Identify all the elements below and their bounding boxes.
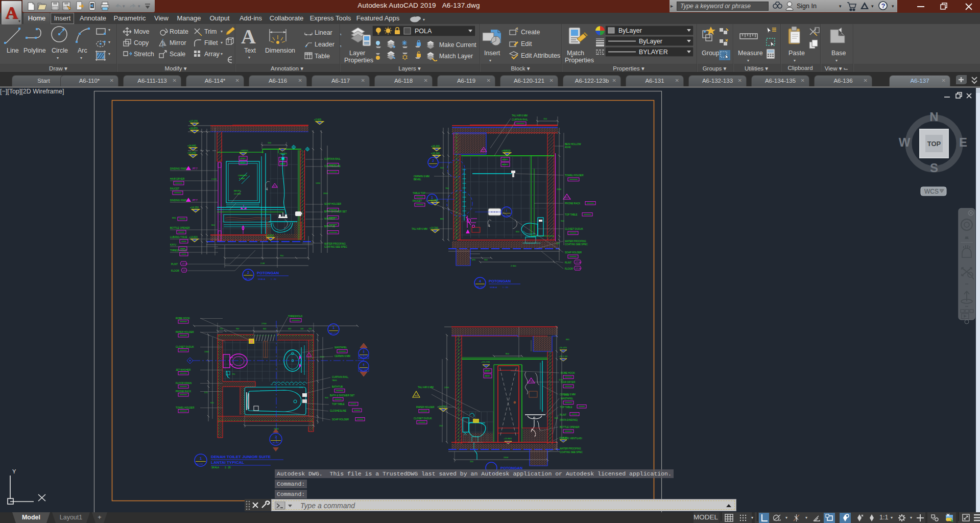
svg-text:PHONE RACK: PHONE RACK [565, 202, 581, 205]
svg-text:+14.750: +14.750 [438, 406, 446, 408]
svg-text:660: 660 [566, 338, 569, 341]
svg-text:▾: ▾ [423, 17, 425, 22]
svg-text:Move: Move [134, 28, 150, 35]
svg-text:+16.2 40: +16.2 40 [559, 355, 568, 358]
svg-text:▾: ▾ [805, 515, 807, 520]
svg-text:POTONGAN: POTONGAN [257, 271, 279, 275]
svg-text:TALI AIR 6 MM: TALI AIR 6 MM [512, 114, 528, 117]
svg-text:150: 150 [220, 328, 223, 330]
svg-text:1: 1 [506, 209, 508, 212]
svg-text:Layer: Layer [349, 50, 365, 57]
svg-text:TABLE TOP: TABLE TOP [413, 192, 425, 195]
svg-text:BYLAYER: BYLAYER [639, 49, 668, 56]
svg-text:Stretch: Stretch [134, 51, 154, 58]
svg-text:Scale: Scale [170, 51, 185, 58]
svg-text:CT 2A: CT 2A [182, 263, 187, 265]
svg-text:Arc: Arc [78, 47, 87, 54]
svg-text:+15.2 80: +15.2 80 [481, 361, 490, 363]
svg-text:Array: Array [204, 51, 220, 58]
svg-text:SKALA: SKALA [490, 286, 497, 289]
svg-text:▾: ▾ [891, 515, 893, 520]
svg-text:COATING SEE SPEC: COATING SEE SPEC [324, 246, 348, 248]
svg-text:▾: ▾ [340, 32, 341, 37]
svg-text:ROBE HOOK: ROBE HOOK [176, 317, 190, 320]
svg-text:FLOOR: FLOOR [565, 268, 573, 270]
svg-text:CT 1: CT 1 [273, 185, 277, 187]
svg-text:810: 810 [555, 417, 558, 419]
svg-text:Y: Y [12, 468, 16, 474]
svg-text:Properties: Properties [344, 57, 373, 64]
svg-text:LUBANG TISUE: LUBANG TISUE [170, 236, 187, 239]
svg-text:CURTAIN RAIL: CURTAIN RAIL [512, 118, 528, 121]
svg-text:CT 2: CT 2 [240, 158, 244, 160]
svg-text:4: 4 [479, 279, 481, 283]
svg-text:Mirror: Mirror [170, 39, 186, 46]
svg-text:HAIR DRYER: HAIR DRYER [561, 381, 576, 384]
svg-text:900: 900 [561, 220, 564, 222]
svg-text:▾: ▾ [123, 4, 125, 9]
svg-text:1 : 20: 1 : 20 [503, 286, 509, 289]
svg-text:BOTTLE OPENER: BOTTLE OPENER [170, 227, 190, 229]
svg-text:A6-137: A6-137 [245, 277, 252, 280]
svg-text:150: 150 [470, 460, 473, 463]
svg-text:▾: ▾ [892, 4, 894, 9]
svg-text:Polyline: Polyline [23, 47, 46, 54]
svg-text:200: 200 [556, 242, 560, 245]
svg-text:▾: ▾ [221, 29, 223, 34]
svg-text:CURTAIN RAIL,: CURTAIN RAIL, [332, 376, 349, 378]
svg-text:+16.240: +16.240 [431, 152, 440, 155]
svg-text:HAIR DRYER: HAIR DRYER [170, 178, 185, 180]
svg-text:BATH & SHOWER SET: BATH & SHOWER SET [330, 394, 355, 397]
svg-text:?: ? [881, 2, 886, 10]
svg-text:+16.430: +16.430 [431, 145, 440, 148]
svg-text:▾: ▾ [794, 58, 796, 63]
svg-text:PHONE RACK: PHONE RACK [176, 390, 192, 393]
svg-text:ROBE HOOK: ROBE HOOK [561, 372, 576, 374]
svg-text:PT 7: PT 7 [502, 164, 506, 166]
svg-text:PAPER HOLDER: PAPER HOLDER [416, 406, 435, 409]
svg-text:SOAP HOLDER: SOAP HOLDER [565, 251, 582, 254]
svg-text:Match: Match [567, 50, 584, 57]
svg-text:FAUCET: FAUCET [413, 200, 422, 202]
svg-text:350: 350 [484, 258, 488, 261]
svg-text:▾: ▾ [57, 56, 59, 60]
svg-text:Properties: Properties [565, 57, 594, 64]
svg-text:900: 900 [325, 396, 328, 399]
svg-text:2380: 2380 [557, 188, 562, 191]
svg-text:Rotate: Rotate [170, 28, 188, 35]
svg-text:▾: ▾ [221, 52, 223, 56]
svg-text:TOWEL HOLDER: TOWEL HOLDER [176, 407, 195, 409]
svg-text:WATER PROOFING: WATER PROOFING [565, 240, 586, 243]
svg-text:AD-D11: AD-D11 [429, 165, 437, 168]
svg-text:ST 2: ST 2 [485, 370, 489, 372]
svg-text:Create: Create [521, 29, 540, 36]
svg-text:+14.240: +14.240 [187, 152, 196, 154]
svg-text:FD: FD [232, 373, 235, 375]
svg-text:CT 2A: CT 2A [576, 262, 581, 264]
svg-text:2150: 2150 [444, 386, 449, 389]
svg-text:Line: Line [7, 47, 19, 54]
svg-text:Dimension: Dimension [265, 47, 295, 54]
svg-text:Base: Base [831, 50, 846, 57]
svg-text:400: 400 [288, 328, 291, 330]
svg-text:WATER PROOFING: WATER PROOFING [560, 447, 581, 450]
svg-text:2: 2 [247, 271, 249, 274]
svg-text:CERMIN 6 MM: CERMIN 6 MM [414, 175, 429, 178]
svg-text:BESI HOLLOW: BESI HOLLOW [565, 143, 581, 146]
svg-text:Fillet: Fillet [204, 39, 218, 46]
svg-text:TALI AIR 6 MM: TALI AIR 6 MM [418, 386, 434, 389]
svg-text:PT 7: PT 7 [240, 162, 244, 164]
svg-text:BOTTLE OPENER: BOTTLE OPENER [560, 426, 580, 429]
svg-text:760: 760 [445, 187, 449, 189]
svg-text:▾: ▾ [108, 28, 110, 32]
svg-text:CLOTHESLINE: CLOTHESLINE [324, 165, 341, 168]
svg-text:PLINT: PLINT [560, 414, 566, 416]
svg-text:SKALA: SKALA [258, 278, 265, 280]
svg-text:▾: ▾ [910, 515, 912, 520]
svg-text:CT1: CT1 [299, 387, 303, 389]
svg-text:Table: Table [315, 53, 330, 60]
svg-text:Sign In: Sign In [797, 3, 817, 10]
svg-text:1: 1 [332, 326, 334, 329]
svg-text:A6-118: A6-118 [361, 369, 367, 371]
svg-text:▾: ▾ [871, 4, 874, 9]
